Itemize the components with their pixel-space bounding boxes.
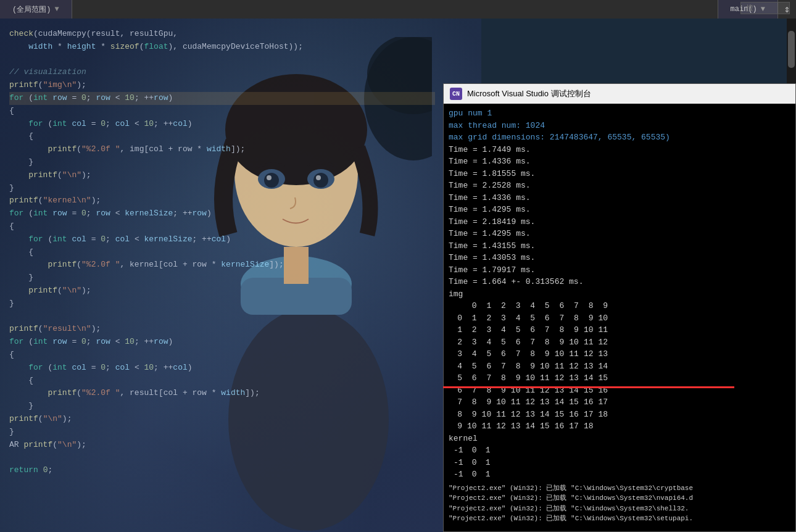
- console-line-img-label: img: [449, 288, 790, 301]
- code-line: {: [9, 105, 435, 118]
- code-line: // visualization: [9, 66, 435, 79]
- code-line: {: [9, 349, 435, 362]
- console-app-icon: CN: [450, 88, 462, 100]
- scrollbar-thumb[interactable]: [788, 31, 795, 68]
- code-line: }: [9, 297, 435, 310]
- table-row: 012345678910: [451, 312, 610, 325]
- code-line: printf("%2.0f ", img[col + row * width])…: [9, 143, 435, 156]
- table-row: 23456789101112: [451, 336, 610, 349]
- console-line-maxthread: max thread num: 1024: [449, 120, 790, 132]
- code-line: }: [9, 272, 435, 285]
- code-line: for (int col = 0; col < 10; ++col): [9, 118, 435, 131]
- console-window: CN Microsoft Visual Studio 调试控制台 gpu num…: [443, 83, 796, 532]
- console-line-time9: Time = 1.43155 ms.: [449, 240, 790, 252]
- code-line: for (int col = 0; col < 10; ++col): [9, 362, 435, 375]
- table-row: 9101112131415161718: [451, 420, 610, 433]
- code-line: {: [9, 130, 435, 143]
- console-line-time7: Time = 2.18419 ms.: [449, 216, 790, 228]
- scope-dropdown[interactable]: (全局范围) ▼: [0, 0, 72, 19]
- search-input[interactable]: [740, 2, 790, 14]
- code-line: {: [9, 246, 435, 259]
- ide-topbar: (全局范围) ▼ main() ▼ ⇕: [0, 0, 796, 19]
- img-data-table: 0123456789 012345678910 1234567891011 23…: [451, 300, 610, 433]
- code-line: for (int row = 0; row < 10; ++row): [9, 336, 435, 349]
- table-row: 345678910111213: [451, 348, 610, 360]
- code-line: {: [9, 375, 435, 388]
- code-line: check(cudaMemcpy(result, resultGpu,: [9, 28, 435, 41]
- console-line-gpu: gpu num 1: [449, 107, 790, 120]
- console-line-time1: Time = 1.7449 ms.: [449, 144, 790, 156]
- console-title: Microsoft Visual Studio 调试控制台: [467, 88, 591, 99]
- code-line: }: [9, 182, 435, 195]
- code-line: [9, 54, 435, 67]
- code-editor-panel: check(cudaMemcpy(result, resultGpu, widt…: [0, 0, 481, 532]
- code-line: return 0;: [9, 464, 435, 477]
- table-row: 7891011121314151617: [451, 396, 610, 409]
- table-row: -101: [451, 444, 493, 457]
- code-line: printf("result\n");: [9, 323, 435, 336]
- console-line-time8: Time = 1.4295 ms.: [449, 228, 790, 240]
- code-line: printf("kernel\n");: [9, 194, 435, 207]
- code-line: width * height * sizeof(float), cudaMemc…: [9, 41, 435, 54]
- code-content: check(cudaMemcpy(result, resultGpu, widt…: [0, 22, 444, 483]
- console-line-time3: Time = 1.81555 ms.: [449, 168, 790, 180]
- code-line: printf("%2.0f ", kernel[col + row * kern…: [9, 259, 435, 272]
- console-titlebar: CN Microsoft Visual Studio 调试控制台: [444, 84, 795, 104]
- console-line-time4: Time = 2.2528 ms.: [449, 180, 790, 192]
- console-line-time10: Time = 1.43053 ms.: [449, 252, 790, 264]
- dll-line1: "Project2.exe" (Win32): 已加载 "C:\Windows\…: [449, 483, 790, 494]
- dll-line2: "Project2.exe" (Win32): 已加载 "C:\Windows\…: [449, 493, 790, 504]
- code-line: printf("\n");: [9, 413, 435, 426]
- console-output[interactable]: gpu num 1 max thread num: 1024 max grid …: [444, 104, 795, 531]
- console-line-kernel-label: kernel: [449, 433, 790, 445]
- table-row: -101: [451, 457, 493, 469]
- table-row: -101: [451, 468, 493, 481]
- table-row: 0123456789: [451, 300, 610, 312]
- table-row: 1234567891011: [451, 324, 610, 336]
- code-line: printf("\n");: [9, 285, 435, 297]
- console-line-avg: Time = 1.664 +- 0.313562 ms.: [449, 276, 790, 288]
- code-line: for (int col = 0; col < kernelSize; ++co…: [9, 233, 435, 246]
- code-line: }: [9, 156, 435, 169]
- code-line: for (int row = 0; row < kernelSize; ++ro…: [9, 207, 435, 220]
- console-line-time5: Time = 1.4336 ms.: [449, 192, 790, 204]
- table-row: 4567891011121314: [451, 360, 610, 373]
- console-line-time2: Time = 1.4336 ms.: [449, 156, 790, 168]
- code-line: [9, 310, 435, 323]
- dll-line3: "Project2.exe" (Win32): 已加载 "C:\Windows\…: [449, 504, 790, 514]
- console-line-time11: Time = 1.79917 ms.: [449, 264, 790, 276]
- code-line: }: [9, 426, 435, 439]
- red-annotation-line: [443, 386, 734, 388]
- table-row: 89101112131415161718: [451, 409, 610, 421]
- kernel-data-table: -101 -101 -101: [451, 444, 493, 481]
- console-line-time6: Time = 1.4295 ms.: [449, 204, 790, 216]
- code-line: {: [9, 220, 435, 233]
- console-line-maxgrid: max grid dimensions: 2147483647, 65535, …: [449, 131, 790, 144]
- code-line: [9, 451, 435, 464]
- table-row: 56789101112131415: [451, 372, 610, 384]
- code-line: AR printf("\n");: [9, 439, 435, 452]
- code-line: printf("%2.0f ", result[col + row * widt…: [9, 387, 435, 400]
- code-line: }: [9, 400, 435, 413]
- code-line: printf("\n");: [9, 169, 435, 182]
- code-line: printf("img\n");: [9, 79, 435, 92]
- code-line: for (int row = 0; row < 10; ++row): [9, 92, 435, 105]
- dll-line4: "Project2.exe" (Win32): 已加载 "C:\Windows\…: [449, 513, 790, 524]
